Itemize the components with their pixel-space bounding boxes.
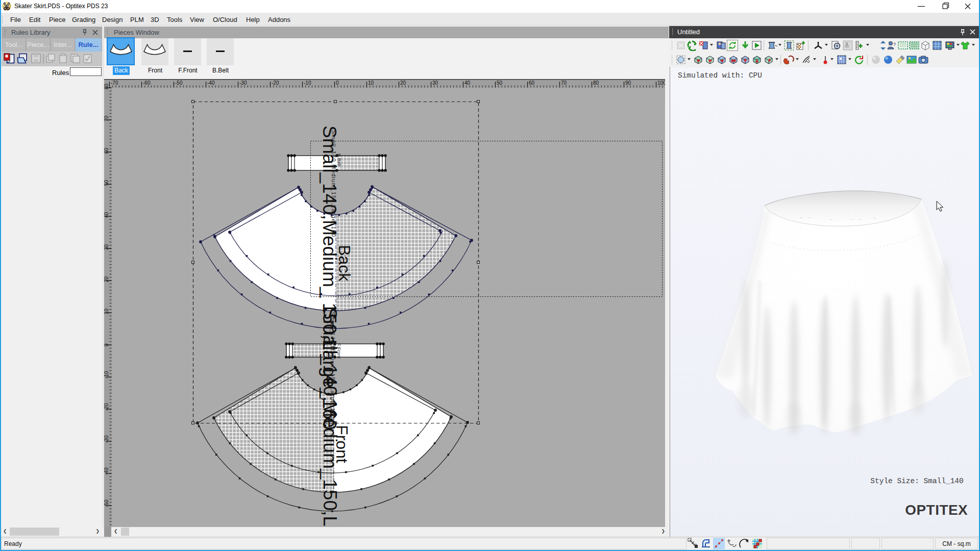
- svg-text:-60: -60: [143, 80, 151, 86]
- svg-text:-40: -40: [207, 80, 215, 86]
- svg-text:30: 30: [104, 244, 109, 250]
- svg-text:40: 40: [104, 212, 109, 218]
- svg-text:Simulated with: CPU: Simulated with: CPU: [678, 71, 762, 80]
- svg-text:-40: -40: [104, 467, 109, 475]
- svg-text:Small_140,Medium_150,Large_160: Small_140,Medium_150,Large_160: [320, 307, 340, 527]
- svg-text:-30: -30: [104, 435, 109, 443]
- svg-text:20: 20: [104, 276, 109, 282]
- svg-text:-20: -20: [104, 403, 109, 411]
- svg-text:OPTITEX: OPTITEX: [905, 502, 968, 518]
- svg-text:90: 90: [625, 80, 631, 86]
- svg-text:Style Size: Small_140: Style Size: Small_140: [870, 477, 963, 485]
- svg-text:60: 60: [104, 147, 109, 154]
- svg-text:-30: -30: [239, 80, 247, 86]
- svg-text:10: 10: [104, 308, 109, 314]
- svg-text:80: 80: [593, 80, 599, 86]
- svg-text:-10: -10: [104, 371, 109, 379]
- svg-text:10: 10: [368, 80, 374, 86]
- svg-text:50: 50: [497, 80, 503, 86]
- svg-text:50: 50: [104, 180, 109, 186]
- svg-text:-50: -50: [175, 80, 183, 86]
- svg-text:-20: -20: [272, 80, 279, 86]
- svg-text:70: 70: [104, 115, 109, 121]
- svg-text:70: 70: [561, 80, 567, 86]
- svg-text:60: 60: [529, 80, 535, 86]
- svg-text:-10: -10: [304, 80, 311, 86]
- svg-text:80: 80: [104, 83, 109, 89]
- svg-text:0: 0: [104, 343, 109, 346]
- svg-text:-70: -70: [111, 80, 118, 86]
- svg-text:20: 20: [400, 80, 406, 86]
- svg-text:-50: -50: [104, 499, 109, 507]
- svg-text:?: ?: [893, 42, 896, 47]
- svg-text:30: 30: [432, 80, 438, 86]
- svg-text:0: 0: [336, 80, 339, 86]
- svg-text:Back: Back: [335, 245, 354, 282]
- svg-text:Front: Front: [333, 425, 351, 463]
- svg-text:40: 40: [464, 80, 471, 86]
